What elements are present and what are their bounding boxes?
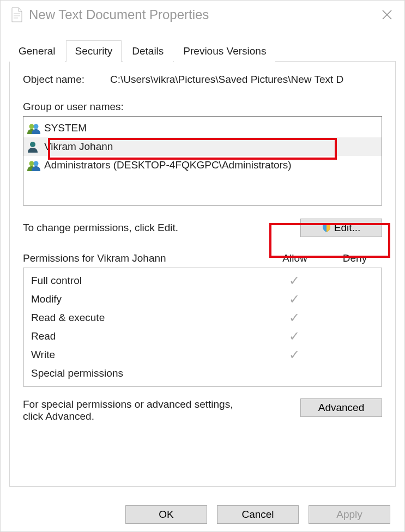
users-listbox[interactable]: SYSTEMVikram JohannAdministrators (DESKT… <box>23 116 382 205</box>
permissions-title: Permissions for Vikram Johann <box>23 252 262 264</box>
tab-previous-versions[interactable]: Previous Versions <box>174 40 275 62</box>
list-item-label: SYSTEM <box>44 122 87 134</box>
permission-row: Modify✓ <box>23 290 382 309</box>
edit-button-label: Edit... <box>334 222 361 233</box>
advanced-text: For special permissions or advanced sett… <box>23 398 252 422</box>
close-button[interactable] <box>375 3 399 27</box>
security-tab-body: Object name: C:\Users\vikra\Pictures\Sav… <box>9 62 396 487</box>
dialog-footer: OK Cancel Apply <box>1 498 404 531</box>
permission-allow: ✓ <box>262 311 327 325</box>
list-item-label: Administrators (DESKTOP-4FQKGPC\Administ… <box>44 159 292 171</box>
ok-button[interactable]: OK <box>125 505 207 524</box>
svg-point-9 <box>34 161 39 166</box>
advanced-button[interactable]: Advanced <box>300 398 382 417</box>
permission-name: Read <box>31 330 262 342</box>
permissions-allow-header: Allow <box>262 252 328 264</box>
list-item[interactable]: Administrators (DESKTOP-4FQKGPC\Administ… <box>23 156 382 174</box>
people-icon <box>27 122 41 134</box>
check-icon: ✓ <box>289 329 300 343</box>
permission-row: Read & execute✓ <box>23 309 382 327</box>
change-permissions-text: To change permissions, click Edit. <box>23 222 178 234</box>
svg-point-7 <box>30 142 35 147</box>
permission-allow: ✓ <box>262 330 327 343</box>
permission-allow: ✓ <box>262 348 327 362</box>
object-name-label: Object name: <box>23 74 110 86</box>
permission-row: Write✓ <box>23 346 382 364</box>
permission-row: Read✓ <box>23 327 382 346</box>
people-icon <box>27 159 41 171</box>
svg-point-8 <box>29 161 34 166</box>
permission-name: Modify <box>31 293 262 305</box>
permission-row: Full control✓ <box>23 271 382 290</box>
edit-button[interactable]: Edit... <box>300 219 382 237</box>
permission-name: Write <box>31 349 262 361</box>
person-icon <box>27 141 41 153</box>
permission-name: Full control <box>31 275 262 287</box>
permission-name: Read & execute <box>31 312 262 324</box>
list-item-label: Vikram Johann <box>44 141 113 153</box>
svg-point-6 <box>34 124 39 129</box>
list-item[interactable]: SYSTEM <box>23 119 382 137</box>
object-name-value: C:\Users\vikra\Pictures\Saved Pictures\N… <box>110 74 382 86</box>
list-item[interactable]: Vikram Johann <box>23 137 382 156</box>
cancel-button[interactable]: Cancel <box>217 505 299 524</box>
permissions-deny-header: Deny <box>328 252 382 264</box>
file-icon <box>10 7 23 22</box>
permission-row: Special permissions <box>23 364 382 383</box>
tab-general[interactable]: General <box>9 40 65 62</box>
svg-point-5 <box>29 124 34 129</box>
tab-details[interactable]: Details <box>123 40 173 62</box>
tab-strip: General Security Details Previous Versio… <box>9 37 396 62</box>
permission-name: Special permissions <box>31 367 262 379</box>
apply-button[interactable]: Apply <box>309 505 390 524</box>
tab-security[interactable]: Security <box>66 40 122 62</box>
check-icon: ✓ <box>289 347 300 362</box>
check-icon: ✓ <box>289 310 300 325</box>
check-icon: ✓ <box>289 273 300 288</box>
group-users-label: Group or user names: <box>23 101 382 113</box>
window-title: New Text Document Properties <box>29 7 375 22</box>
check-icon: ✓ <box>289 292 300 306</box>
properties-dialog: New Text Document Properties General Sec… <box>0 0 405 532</box>
permissions-listbox: Full control✓Modify✓Read & execute✓Read✓… <box>23 268 382 386</box>
titlebar: New Text Document Properties <box>1 1 404 29</box>
permission-allow: ✓ <box>262 293 327 306</box>
shield-icon <box>322 223 331 232</box>
permission-allow: ✓ <box>262 274 327 288</box>
